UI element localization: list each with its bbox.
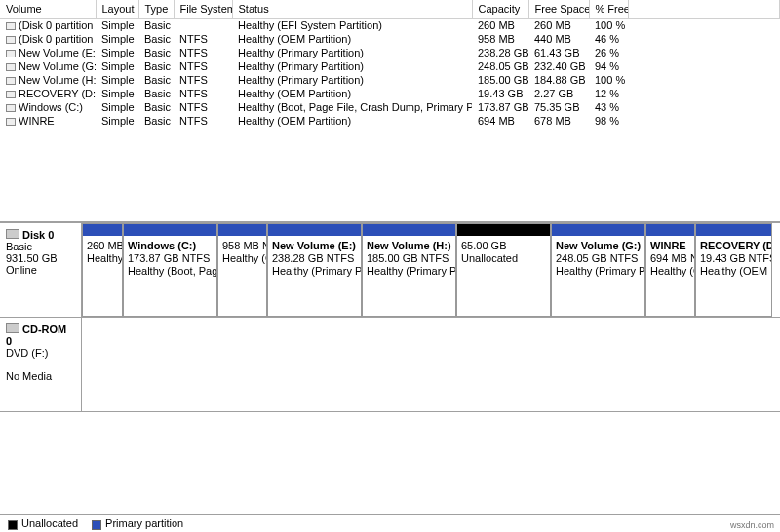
legend-unallocated: Unallocated	[8, 517, 78, 529]
partition-bar	[218, 224, 266, 236]
table-row[interactable]: WINRESimpleBasicNTFSHealthy (OEM Partiti…	[0, 114, 780, 128]
disk-size: 931.50 GB	[6, 252, 75, 264]
partition-bar	[552, 224, 644, 236]
partition-bar	[696, 224, 771, 236]
partition-block[interactable]: Windows (C:)173.87 GB NTFSHealthy (Boot,…	[123, 223, 217, 317]
table-row[interactable]: (Disk 0 partition 1)SimpleBasicHealthy (…	[0, 18, 780, 32]
cdrom-icon	[6, 323, 20, 333]
col-type[interactable]: Type	[138, 0, 174, 18]
cdrom-row: CD-ROM 0 DVD (F:) No Media	[0, 317, 780, 411]
col-pctfree[interactable]: % Free	[589, 0, 628, 18]
partition-block[interactable]: New Volume (H:)185.00 GB NTFSHealthy (Pr…	[362, 223, 456, 317]
partition-block[interactable]: RECOVERY (D:)19.43 GB NTFSHealthy (OEM P	[695, 223, 772, 317]
volume-icon	[6, 22, 16, 30]
column-headers[interactable]: Volume Layout Type File System Status Ca…	[0, 0, 780, 18]
col-spacer	[628, 0, 780, 18]
partition-bar	[268, 224, 361, 236]
table-row[interactable]: New Volume (G:)SimpleBasicNTFSHealthy (P…	[0, 59, 780, 73]
col-status[interactable]: Status	[232, 0, 472, 18]
volume-icon	[6, 104, 16, 112]
volume-icon	[6, 77, 16, 85]
col-volume[interactable]: Volume	[0, 0, 96, 18]
graphical-view: Disk 0 Basic 931.50 GB Online 260 MBHeal…	[0, 222, 780, 412]
swatch-blue-icon	[92, 520, 101, 530]
disk-icon	[6, 229, 20, 239]
table-row[interactable]: RECOVERY (D:)SimpleBasicNTFSHealthy (OEM…	[0, 87, 780, 100]
partition-bar	[124, 224, 216, 236]
disk-type: Basic	[6, 241, 75, 252]
disk-state: Online	[6, 264, 75, 276]
partition-block[interactable]: WINRE694 MB NHealthy (O	[645, 223, 695, 317]
col-layout[interactable]: Layout	[96, 0, 138, 18]
partition-bar	[363, 224, 455, 236]
partition-block[interactable]: 958 MB NHealthy (O	[217, 223, 267, 317]
col-filesystem[interactable]: File System	[174, 0, 232, 18]
partition-block[interactable]: New Volume (E:)238.28 GB NTFSHealthy (Pr…	[267, 223, 362, 317]
legend: Unallocated Primary partition	[0, 514, 780, 532]
watermark: wsxdn.com	[730, 520, 774, 530]
volume-icon	[6, 63, 16, 71]
cdrom-info[interactable]: CD-ROM 0 DVD (F:) No Media	[0, 318, 82, 411]
legend-primary: Primary partition	[92, 517, 183, 529]
partition-block[interactable]: New Volume (G:)248.05 GB NTFSHealthy (Pr…	[551, 223, 645, 317]
table-row[interactable]: New Volume (E:)SimpleBasicNTFSHealthy (P…	[0, 46, 780, 59]
partition-bar	[457, 224, 550, 236]
volume-icon	[6, 118, 16, 126]
table-row[interactable]: (Disk 0 partition 4)SimpleBasicNTFSHealt…	[0, 32, 780, 46]
table-row[interactable]: New Volume (H:)SimpleBasicNTFSHealthy (P…	[0, 73, 780, 87]
partition-block[interactable]: 65.00 GBUnallocated	[456, 223, 551, 317]
volume-icon	[6, 91, 16, 98]
volume-icon	[6, 36, 16, 44]
cdrom-empty-area	[82, 318, 780, 411]
disk-0-info[interactable]: Disk 0 Basic 931.50 GB Online	[0, 223, 82, 317]
col-capacity[interactable]: Capacity	[472, 0, 528, 18]
cdrom-drive: DVD (F:)	[6, 347, 75, 359]
partition-bar	[83, 224, 122, 236]
table-row[interactable]: Windows (C:)SimpleBasicNTFSHealthy (Boot…	[0, 100, 780, 114]
swatch-black-icon	[8, 520, 18, 530]
disk-0-row: Disk 0 Basic 931.50 GB Online 260 MBHeal…	[0, 222, 780, 317]
partition-block[interactable]: 260 MBHealthy	[82, 223, 123, 317]
volume-list[interactable]: Volume Layout Type File System Status Ca…	[0, 0, 780, 222]
cdrom-media: No Media	[6, 370, 75, 382]
col-freespace[interactable]: Free Space	[528, 0, 589, 18]
disk-label: Disk 0	[22, 229, 54, 241]
disk-0-partitions: 260 MBHealthyWindows (C:)173.87 GB NTFSH…	[82, 223, 780, 317]
volume-icon	[6, 50, 16, 57]
partition-bar	[646, 224, 694, 236]
